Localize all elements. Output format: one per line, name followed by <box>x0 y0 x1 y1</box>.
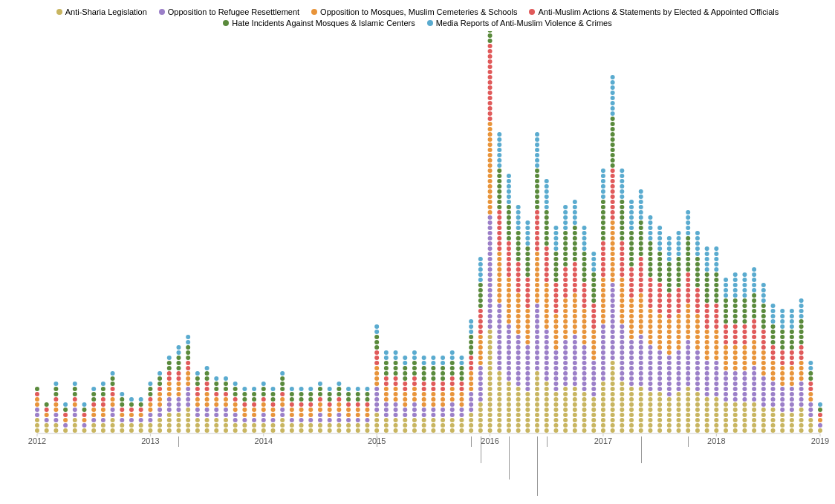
legend-label-mosques: Opposition to Mosques, Muslim Cemeteries… <box>320 7 517 16</box>
legend-item-anti-sharia: Anti-Sharia Legislation <box>56 7 147 16</box>
chart-container: Anti-Sharia LegislationOpposition to Ref… <box>0 0 835 504</box>
legend-dot-anti-sharia <box>56 9 62 15</box>
legend-dot-hate-incidents <box>223 20 229 26</box>
main-chart <box>0 31 835 504</box>
chart-legend: Anti-Sharia LegislationOpposition to Ref… <box>0 0 835 31</box>
legend-dot-media-reports <box>427 20 433 26</box>
legend-item-refugee: Opposition to Refugee Resettlement <box>159 7 299 16</box>
legend-item-hate-incidents: Hate Incidents Against Mosques & Islamic… <box>223 19 415 27</box>
legend-item-mosques: Opposition to Mosques, Muslim Cemeteries… <box>311 7 517 16</box>
legend-dot-refugee <box>159 9 165 15</box>
legend-item-media-reports: Media Reports of Anti-Muslim Violence & … <box>427 19 612 27</box>
legend-label-hate-incidents: Hate Incidents Against Mosques & Islamic… <box>232 19 415 27</box>
legend-label-refugee: Opposition to Refugee Resettlement <box>168 7 299 16</box>
legend-dot-mosques <box>311 9 317 15</box>
legend-dot-officials <box>529 9 535 15</box>
legend-label-officials: Anti-Muslim Actions & Statements by Elec… <box>538 7 779 16</box>
legend-item-officials: Anti-Muslim Actions & Statements by Elec… <box>529 7 779 16</box>
legend-label-media-reports: Media Reports of Anti-Muslim Violence & … <box>436 19 612 27</box>
legend-label-anti-sharia: Anti-Sharia Legislation <box>65 7 147 16</box>
